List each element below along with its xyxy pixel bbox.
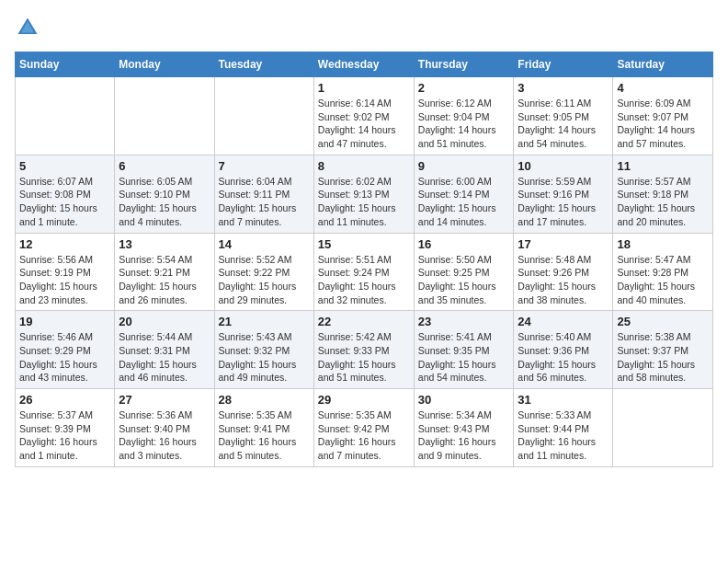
day-number: 5 — [19, 159, 110, 173]
day-info: Sunrise: 5:36 AM Sunset: 9:40 PM Dayligh… — [119, 408, 210, 463]
day-info: Sunrise: 5:54 AM Sunset: 9:21 PM Dayligh… — [119, 253, 210, 307]
day-info: Sunrise: 5:37 AM Sunset: 9:39 PM Dayligh… — [19, 408, 110, 463]
calendar-cell: 31Sunrise: 5:33 AM Sunset: 9:44 PM Dayli… — [514, 389, 613, 467]
day-header: Friday — [514, 52, 613, 77]
calendar-cell — [214, 77, 313, 155]
day-info: Sunrise: 5:57 AM Sunset: 9:18 PM Dayligh… — [617, 175, 709, 229]
calendar-week-row: 1Sunrise: 6:14 AM Sunset: 9:02 PM Daylig… — [16, 77, 713, 155]
day-info: Sunrise: 5:40 AM Sunset: 9:36 PM Dayligh… — [518, 330, 609, 385]
calendar-cell — [115, 77, 214, 155]
day-header: Tuesday — [214, 52, 313, 77]
day-number: 3 — [518, 81, 609, 95]
calendar-cell: 11Sunrise: 5:57 AM Sunset: 9:18 PM Dayli… — [613, 155, 713, 233]
calendar-cell: 19Sunrise: 5:46 AM Sunset: 9:29 PM Dayli… — [16, 311, 115, 389]
calendar-cell: 30Sunrise: 5:34 AM Sunset: 9:43 PM Dayli… — [414, 389, 514, 467]
calendar-cell: 27Sunrise: 5:36 AM Sunset: 9:40 PM Dayli… — [115, 389, 214, 467]
day-number: 12 — [19, 237, 110, 251]
day-number: 26 — [19, 393, 110, 407]
logo-icon — [15, 15, 40, 40]
calendar-week-row: 5Sunrise: 6:07 AM Sunset: 9:08 PM Daylig… — [16, 155, 713, 233]
day-info: Sunrise: 6:04 AM Sunset: 9:11 PM Dayligh… — [219, 175, 310, 229]
day-number: 15 — [318, 237, 410, 251]
day-number: 11 — [617, 159, 709, 173]
day-number: 25 — [617, 315, 709, 328]
day-number: 21 — [219, 315, 310, 328]
calendar-cell: 16Sunrise: 5:50 AM Sunset: 9:25 PM Dayli… — [414, 233, 514, 311]
day-info: Sunrise: 5:59 AM Sunset: 9:16 PM Dayligh… — [518, 175, 609, 229]
calendar-cell: 2Sunrise: 6:12 AM Sunset: 9:04 PM Daylig… — [414, 77, 514, 155]
day-info: Sunrise: 5:52 AM Sunset: 9:22 PM Dayligh… — [219, 253, 310, 307]
calendar-cell: 24Sunrise: 5:40 AM Sunset: 9:36 PM Dayli… — [514, 311, 613, 389]
day-number: 30 — [418, 393, 510, 407]
calendar-cell: 20Sunrise: 5:44 AM Sunset: 9:31 PM Dayli… — [115, 311, 214, 389]
calendar-week-row: 26Sunrise: 5:37 AM Sunset: 9:39 PM Dayli… — [16, 389, 713, 467]
day-header: Wednesday — [313, 52, 414, 77]
day-number: 23 — [418, 315, 510, 328]
day-number: 19 — [19, 315, 110, 328]
day-number: 28 — [219, 393, 310, 407]
day-number: 29 — [318, 393, 410, 407]
calendar-cell: 5Sunrise: 6:07 AM Sunset: 9:08 PM Daylig… — [16, 155, 115, 233]
day-number: 1 — [318, 81, 410, 95]
page-header — [15, 15, 713, 40]
calendar-cell: 17Sunrise: 5:48 AM Sunset: 9:26 PM Dayli… — [514, 233, 613, 311]
calendar-cell: 21Sunrise: 5:43 AM Sunset: 9:32 PM Dayli… — [214, 311, 313, 389]
day-header: Saturday — [613, 52, 713, 77]
day-info: Sunrise: 5:42 AM Sunset: 9:33 PM Dayligh… — [318, 330, 410, 385]
calendar-cell: 29Sunrise: 5:35 AM Sunset: 9:42 PM Dayli… — [313, 389, 414, 467]
day-number: 18 — [617, 237, 709, 251]
day-info: Sunrise: 6:14 AM Sunset: 9:02 PM Dayligh… — [318, 97, 410, 151]
calendar-cell: 15Sunrise: 5:51 AM Sunset: 9:24 PM Dayli… — [313, 233, 414, 311]
calendar-cell: 25Sunrise: 5:38 AM Sunset: 9:37 PM Dayli… — [613, 311, 713, 389]
day-number: 22 — [318, 315, 410, 328]
calendar-cell: 22Sunrise: 5:42 AM Sunset: 9:33 PM Dayli… — [313, 311, 414, 389]
day-info: Sunrise: 5:56 AM Sunset: 9:19 PM Dayligh… — [19, 253, 110, 307]
day-info: Sunrise: 5:34 AM Sunset: 9:43 PM Dayligh… — [418, 408, 510, 463]
calendar-cell: 14Sunrise: 5:52 AM Sunset: 9:22 PM Dayli… — [214, 233, 313, 311]
day-number: 7 — [219, 159, 310, 173]
day-header: Monday — [115, 52, 214, 77]
day-info: Sunrise: 5:35 AM Sunset: 9:41 PM Dayligh… — [219, 408, 310, 463]
day-info: Sunrise: 5:41 AM Sunset: 9:35 PM Dayligh… — [418, 330, 510, 385]
calendar-week-row: 12Sunrise: 5:56 AM Sunset: 9:19 PM Dayli… — [16, 233, 713, 311]
day-info: Sunrise: 5:44 AM Sunset: 9:31 PM Dayligh… — [119, 330, 210, 385]
day-info: Sunrise: 6:11 AM Sunset: 9:05 PM Dayligh… — [518, 97, 609, 151]
day-number: 4 — [617, 81, 709, 95]
day-info: Sunrise: 6:12 AM Sunset: 9:04 PM Dayligh… — [418, 97, 510, 151]
calendar-cell: 12Sunrise: 5:56 AM Sunset: 9:19 PM Dayli… — [16, 233, 115, 311]
day-number: 16 — [418, 237, 510, 251]
calendar-cell: 13Sunrise: 5:54 AM Sunset: 9:21 PM Dayli… — [115, 233, 214, 311]
calendar-cell: 8Sunrise: 6:02 AM Sunset: 9:13 PM Daylig… — [313, 155, 414, 233]
day-info: Sunrise: 5:46 AM Sunset: 9:29 PM Dayligh… — [19, 330, 110, 385]
day-number: 27 — [119, 393, 210, 407]
day-info: Sunrise: 6:02 AM Sunset: 9:13 PM Dayligh… — [318, 175, 410, 229]
day-info: Sunrise: 5:43 AM Sunset: 9:32 PM Dayligh… — [219, 330, 310, 385]
calendar-header-row: SundayMondayTuesdayWednesdayThursdayFrid… — [16, 52, 713, 77]
day-number: 20 — [119, 315, 210, 328]
day-info: Sunrise: 5:47 AM Sunset: 9:28 PM Dayligh… — [617, 253, 709, 307]
day-number: 14 — [219, 237, 310, 251]
logo — [15, 15, 44, 40]
calendar-cell: 7Sunrise: 6:04 AM Sunset: 9:11 PM Daylig… — [214, 155, 313, 233]
day-info: Sunrise: 5:33 AM Sunset: 9:44 PM Dayligh… — [518, 408, 609, 463]
calendar-cell: 6Sunrise: 6:05 AM Sunset: 9:10 PM Daylig… — [115, 155, 214, 233]
calendar-cell: 3Sunrise: 6:11 AM Sunset: 9:05 PM Daylig… — [514, 77, 613, 155]
calendar-cell: 23Sunrise: 5:41 AM Sunset: 9:35 PM Dayli… — [414, 311, 514, 389]
calendar-cell: 9Sunrise: 6:00 AM Sunset: 9:14 PM Daylig… — [414, 155, 514, 233]
day-info: Sunrise: 5:38 AM Sunset: 9:37 PM Dayligh… — [617, 330, 709, 385]
day-header: Thursday — [414, 52, 514, 77]
calendar-cell: 10Sunrise: 5:59 AM Sunset: 9:16 PM Dayli… — [514, 155, 613, 233]
day-info: Sunrise: 6:00 AM Sunset: 9:14 PM Dayligh… — [418, 175, 510, 229]
day-number: 31 — [518, 393, 609, 407]
day-info: Sunrise: 5:35 AM Sunset: 9:42 PM Dayligh… — [318, 408, 410, 463]
calendar-cell — [16, 77, 115, 155]
calendar-cell — [613, 389, 713, 467]
calendar-cell: 18Sunrise: 5:47 AM Sunset: 9:28 PM Dayli… — [613, 233, 713, 311]
day-number: 6 — [119, 159, 210, 173]
day-number: 8 — [318, 159, 410, 173]
calendar-cell: 4Sunrise: 6:09 AM Sunset: 9:07 PM Daylig… — [613, 77, 713, 155]
day-number: 17 — [518, 237, 609, 251]
day-number: 9 — [418, 159, 510, 173]
calendar-week-row: 19Sunrise: 5:46 AM Sunset: 9:29 PM Dayli… — [16, 311, 713, 389]
calendar-table: SundayMondayTuesdayWednesdayThursdayFrid… — [15, 52, 713, 467]
